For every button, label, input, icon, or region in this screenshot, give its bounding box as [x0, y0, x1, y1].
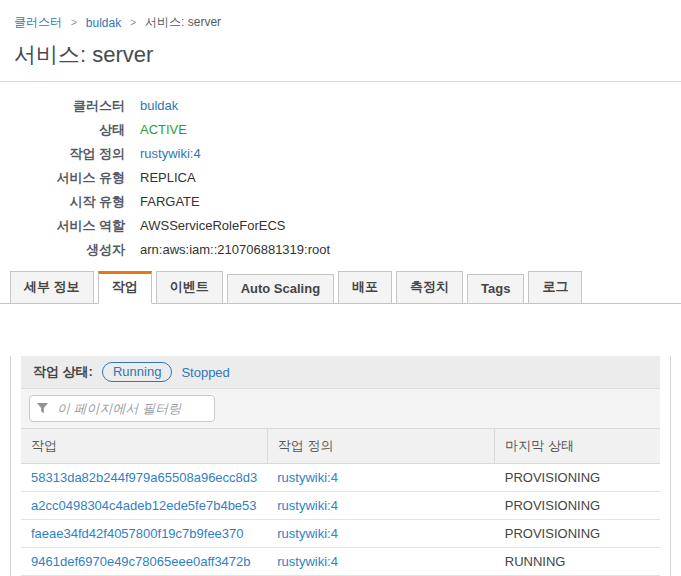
- task-id-link[interactable]: a2cc0498304c4adeb12ede5fe7b4be53: [31, 498, 257, 513]
- created-by-arn-value: arn:aws:iam::210706881319:root: [140, 241, 330, 258]
- tab-logs[interactable]: 로그: [528, 271, 582, 304]
- table-row: 58313da82b244f979a65508a96ecc8d3 rustywi…: [21, 464, 660, 492]
- tasks-table: 작업 작업 정의 마지막 상태 58313da82b244f979a65508a…: [21, 428, 660, 576]
- status-filter-stopped-link[interactable]: Stopped: [181, 365, 229, 380]
- task-last-status: PROVISIONING: [495, 492, 660, 520]
- breadcrumb: 클러스터 > buldak > 서비스: server: [0, 0, 681, 31]
- task-definition-link[interactable]: rustywiki:4: [277, 470, 338, 485]
- status-filter-running-pill[interactable]: Running: [102, 362, 172, 382]
- task-status-filter-row: 작업 상태: Running Stopped: [21, 356, 660, 389]
- tasks-toolbar: 작업 상태: Running Stopped: [21, 356, 660, 428]
- table-header-row: 작업 작업 정의 마지막 상태: [21, 429, 660, 464]
- tab-tasks[interactable]: 작업: [98, 271, 152, 304]
- task-definition-link[interactable]: rustywiki:4: [277, 526, 338, 541]
- filter-funnel-icon: [37, 403, 48, 414]
- detail-label: 서비스 유형: [0, 169, 140, 186]
- filter-row: [21, 389, 660, 428]
- service-details: 클러스터 buldak 상태 ACTIVE 작업 정의 rustywiki:4 …: [0, 97, 681, 258]
- service-status-value: ACTIVE: [140, 121, 187, 138]
- tab-tags[interactable]: Tags: [467, 274, 524, 304]
- breadcrumb-link-cluster-buldak[interactable]: buldak: [86, 16, 121, 30]
- page-filter-input[interactable]: [29, 395, 215, 422]
- cluster-link[interactable]: buldak: [140, 97, 178, 114]
- task-definition-link[interactable]: rustywiki:4: [277, 554, 338, 569]
- task-id-link[interactable]: 9461def6970e49c78065eee0aff3472b: [31, 554, 251, 569]
- column-header-last-status[interactable]: 마지막 상태: [495, 429, 660, 464]
- breadcrumb-separator-icon: >: [130, 17, 136, 28]
- detail-label: 서비스 역할: [0, 217, 140, 234]
- tab-deployments[interactable]: 배포: [338, 271, 392, 304]
- task-last-status: PROVISIONING: [495, 464, 660, 492]
- task-last-status: RUNNING: [495, 548, 660, 576]
- detail-row-launch-type: 시작 유형 FARGATE: [0, 193, 681, 210]
- detail-label: 작업 정의: [0, 145, 140, 162]
- task-id-link[interactable]: 58313da82b244f979a65508a96ecc8d3: [31, 470, 257, 485]
- detail-label: 시작 유형: [0, 193, 140, 210]
- detail-row-task-definition: 작업 정의 rustywiki:4: [0, 145, 681, 162]
- tab-details[interactable]: 세부 정보: [10, 271, 94, 304]
- table-row: faeae34fd42f4057800f19c7b9fee370 rustywi…: [21, 520, 660, 548]
- table-row: a2cc0498304c4adeb12ede5fe7b4be53 rustywi…: [21, 492, 660, 520]
- breadcrumb-current-service: 서비스: server: [145, 14, 221, 31]
- service-type-value: REPLICA: [140, 169, 196, 186]
- detail-row-service-type: 서비스 유형 REPLICA: [0, 169, 681, 186]
- task-definition-link[interactable]: rustywiki:4: [140, 145, 201, 162]
- task-status-label: 작업 상태:: [33, 363, 93, 381]
- tab-auto-scaling[interactable]: Auto Scaling: [227, 274, 334, 304]
- title-divider: [0, 81, 681, 82]
- detail-row-cluster: 클러스터 buldak: [0, 97, 681, 114]
- tab-bar: 세부 정보 작업 이벤트 Auto Scaling 배포 측정치 Tags 로그: [0, 271, 681, 304]
- task-last-status: PROVISIONING: [495, 520, 660, 548]
- task-id-link[interactable]: faeae34fd42f4057800f19c7b9fee370: [31, 526, 244, 541]
- column-header-task-definition[interactable]: 작업 정의: [267, 429, 495, 464]
- detail-row-created-by: 생성자 arn:aws:iam::210706881319:root: [0, 241, 681, 258]
- service-role-value: AWSServiceRoleForECS: [140, 217, 285, 234]
- page-title: 서비스: server: [0, 31, 681, 81]
- tab-metrics[interactable]: 측정치: [396, 271, 463, 304]
- tasks-tab-panel: 작업 상태: Running Stopped 작업 작업 정의 마지막 상태 5…: [10, 356, 671, 576]
- detail-label: 클러스터: [0, 97, 140, 114]
- filter-box: [29, 395, 215, 422]
- column-header-task[interactable]: 작업: [21, 429, 267, 464]
- table-row: 9461def6970e49c78065eee0aff3472b rustywi…: [21, 548, 660, 576]
- breadcrumb-link-clusters[interactable]: 클러스터: [14, 14, 62, 31]
- detail-row-status: 상태 ACTIVE: [0, 121, 681, 138]
- detail-row-service-role: 서비스 역할 AWSServiceRoleForECS: [0, 217, 681, 234]
- detail-label: 상태: [0, 121, 140, 138]
- launch-type-value: FARGATE: [140, 193, 200, 210]
- detail-label: 생성자: [0, 241, 140, 258]
- breadcrumb-separator-icon: >: [71, 17, 77, 28]
- tab-events[interactable]: 이벤트: [156, 271, 223, 304]
- task-definition-link[interactable]: rustywiki:4: [277, 498, 338, 513]
